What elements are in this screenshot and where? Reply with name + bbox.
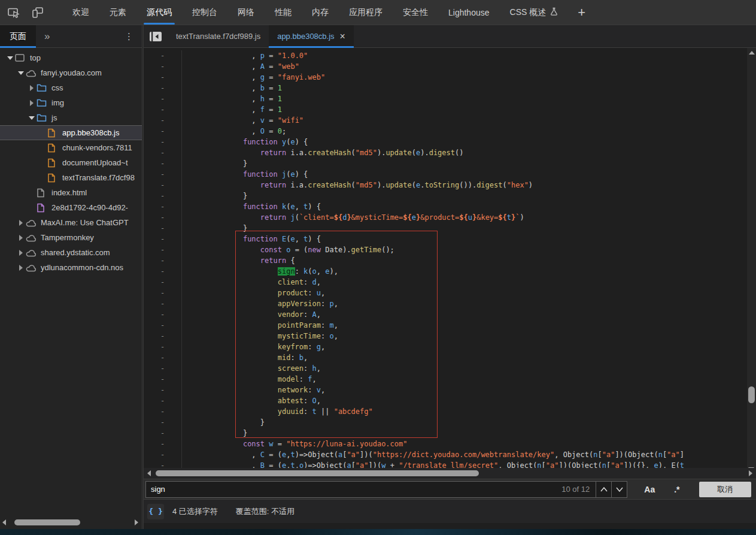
- toolbar-tab[interactable]: 网络: [227, 0, 265, 25]
- line-gutter[interactable]: -: [144, 428, 182, 439]
- cancel-button[interactable]: 取消: [699, 482, 751, 497]
- tree-item[interactable]: MaxAI.me: Use ChatGPT: [0, 215, 142, 230]
- editor-tab[interactable]: app.bbe308cb.js×: [269, 25, 354, 47]
- editor-hscrollbar[interactable]: [144, 468, 756, 479]
- line-gutter[interactable]: -: [144, 115, 182, 126]
- editor-vscrollbar[interactable]: [747, 48, 756, 474]
- tree-item[interactable]: css: [0, 80, 142, 95]
- line-gutter[interactable]: -: [144, 449, 182, 460]
- tree-expand-icon[interactable]: [16, 71, 26, 75]
- line-gutter[interactable]: -: [144, 212, 182, 223]
- scroll-up-icon[interactable]: [749, 51, 755, 55]
- add-tool-button[interactable]: +: [568, 5, 595, 20]
- scroll-right-icon[interactable]: [749, 470, 752, 476]
- hide-navigator-icon[interactable]: [144, 25, 168, 47]
- line-gutter[interactable]: -: [144, 50, 182, 61]
- line-gutter[interactable]: -: [144, 223, 182, 234]
- match-case-button[interactable]: Aa: [642, 485, 657, 494]
- line-gutter[interactable]: -: [144, 309, 182, 320]
- line-gutter[interactable]: -: [144, 72, 182, 83]
- inspect-element-icon[interactable]: [7, 6, 20, 19]
- line-gutter[interactable]: -: [144, 266, 182, 277]
- line-gutter[interactable]: -: [144, 126, 182, 137]
- line-gutter[interactable]: -: [144, 298, 182, 309]
- tree-item[interactable]: top: [0, 50, 142, 65]
- toolbar-tab[interactable]: 控制台: [182, 0, 227, 25]
- toolbar-tab[interactable]: 内存: [302, 0, 339, 25]
- tree-item[interactable]: shared.ydstatic.com: [0, 245, 142, 260]
- line-gutter[interactable]: -: [144, 104, 182, 115]
- tab-page[interactable]: 页面: [0, 25, 36, 48]
- tree-item[interactable]: Tampermonkey: [0, 230, 142, 245]
- toolbar-tab[interactable]: CSS 概述: [500, 0, 569, 25]
- line-gutter[interactable]: -: [144, 395, 182, 406]
- more-panels-icon[interactable]: »: [36, 31, 57, 43]
- sidebar-menu-icon[interactable]: ⋮: [116, 31, 142, 42]
- line-gutter[interactable]: -: [144, 255, 182, 266]
- tree-expand-icon[interactable]: [26, 100, 37, 106]
- toolbar-tab[interactable]: 应用程序: [339, 0, 393, 25]
- line-gutter[interactable]: -: [144, 137, 182, 147]
- toolbar-tab[interactable]: 性能: [265, 0, 302, 25]
- tree-expand-icon[interactable]: [16, 250, 26, 256]
- tree-expand-icon[interactable]: [5, 56, 15, 60]
- next-match-button[interactable]: [611, 482, 627, 497]
- line-gutter[interactable]: -: [144, 363, 182, 374]
- tree-item[interactable]: chunk-vendors.7811: [0, 140, 142, 155]
- pretty-print-button[interactable]: { }: [147, 504, 164, 519]
- line-gutter[interactable]: -: [144, 320, 182, 331]
- line-gutter[interactable]: -: [144, 234, 182, 244]
- line-gutter[interactable]: -: [144, 352, 182, 363]
- line-gutter[interactable]: -: [144, 417, 182, 428]
- tree-item[interactable]: index.html: [0, 185, 142, 200]
- scroll-right-icon[interactable]: [135, 519, 138, 525]
- tree-expand-icon[interactable]: [16, 265, 26, 271]
- tree-item[interactable]: ydlunacommon-cdn.nos: [0, 260, 142, 275]
- tree-expand-icon[interactable]: [16, 235, 26, 241]
- line-gutter[interactable]: -: [144, 277, 182, 288]
- tree-expand-icon[interactable]: [26, 116, 37, 120]
- device-toolbar-icon[interactable]: [31, 6, 44, 19]
- previous-match-button[interactable]: [596, 482, 611, 497]
- tree-item[interactable]: app.bbe308cb.js: [0, 125, 142, 140]
- scroll-left-icon[interactable]: [2, 519, 6, 525]
- line-gutter[interactable]: -: [144, 288, 182, 298]
- line-gutter[interactable]: -: [144, 61, 182, 72]
- tree-item[interactable]: 2e8d1792-4c90-4d92-: [0, 200, 142, 215]
- toolbar-tab[interactable]: 安全性: [393, 0, 438, 25]
- line-gutter[interactable]: -: [144, 406, 182, 417]
- tree-item[interactable]: fanyi.youdao.com: [0, 65, 142, 80]
- editor-tab[interactable]: textTranslate.f7dcf989.js: [168, 25, 269, 47]
- toolbar-tab[interactable]: 欢迎: [62, 0, 99, 25]
- tree-item[interactable]: img: [0, 95, 142, 110]
- line-gutter[interactable]: -: [144, 180, 182, 191]
- tree-item[interactable]: textTranslate.f7dcf98: [0, 170, 142, 185]
- line-gutter[interactable]: -: [144, 341, 182, 352]
- line-gutter[interactable]: -: [144, 191, 182, 201]
- line-gutter[interactable]: -: [144, 374, 182, 385]
- line-gutter[interactable]: -: [144, 83, 182, 93]
- line-gutter[interactable]: -: [144, 93, 182, 104]
- toolbar-tab[interactable]: 元素: [99, 0, 136, 25]
- line-gutter[interactable]: -: [144, 439, 182, 449]
- vscroll-thumb[interactable]: [748, 386, 755, 403]
- line-gutter[interactable]: -: [144, 331, 182, 341]
- line-gutter[interactable]: -: [144, 201, 182, 212]
- toolbar-tab[interactable]: Lighthouse: [438, 0, 500, 25]
- sidebar-hscroll-thumb[interactable]: [14, 519, 80, 525]
- code-editor[interactable]: - , p = "1.0.0"- , A = "web"- , g = "fan…: [144, 48, 756, 474]
- line-gutter[interactable]: -: [144, 169, 182, 180]
- search-input[interactable]: [146, 482, 555, 497]
- toolbar-tab[interactable]: 源代码: [136, 0, 182, 25]
- regex-button[interactable]: .*: [672, 485, 682, 494]
- sidebar-hscrollbar[interactable]: [0, 516, 142, 529]
- tree-item[interactable]: js: [0, 110, 142, 125]
- tree-expand-icon[interactable]: [26, 85, 37, 91]
- line-gutter[interactable]: -: [144, 244, 182, 255]
- editor-hscroll-thumb[interactable]: [156, 470, 479, 476]
- line-gutter[interactable]: -: [144, 158, 182, 169]
- tree-item[interactable]: documentUpload~t: [0, 155, 142, 170]
- tree-expand-icon[interactable]: [16, 220, 26, 226]
- line-gutter[interactable]: -: [144, 385, 182, 395]
- line-gutter[interactable]: -: [144, 147, 182, 158]
